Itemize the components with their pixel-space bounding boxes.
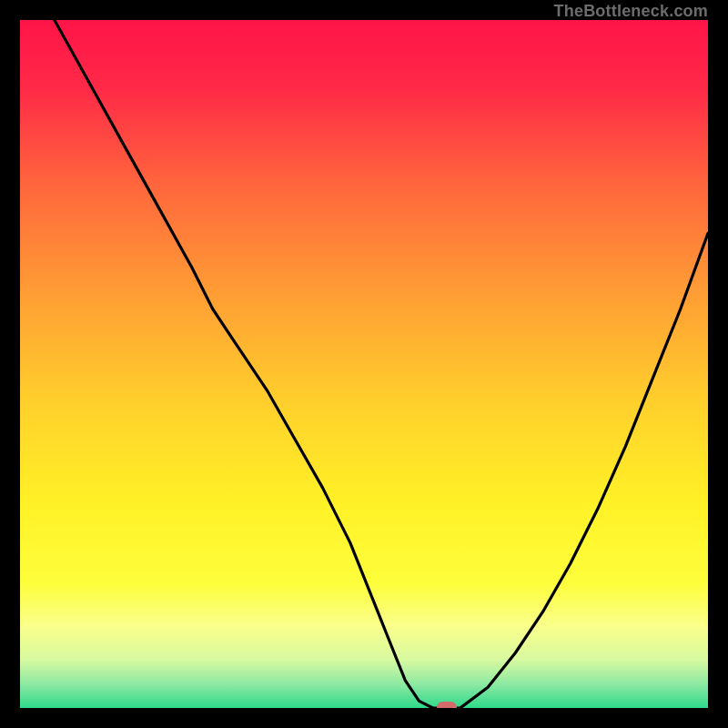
- bottleneck-curve: [20, 20, 708, 708]
- watermark-text: TheBottleneck.com: [554, 2, 708, 21]
- chart-container: TheBottleneck.com: [0, 0, 728, 728]
- plot-area: [20, 20, 708, 708]
- optimal-point-marker: [437, 702, 457, 708]
